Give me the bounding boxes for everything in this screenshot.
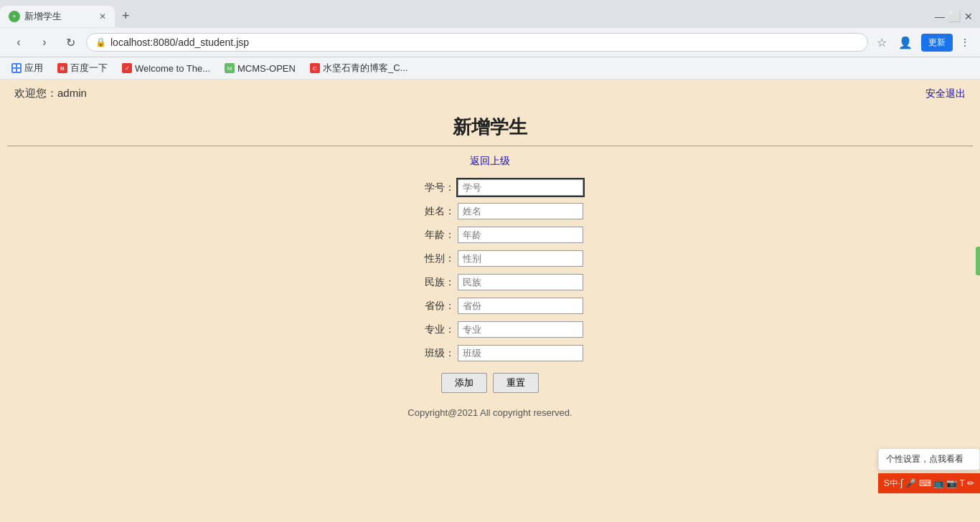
button-row: 添加 重置	[441, 373, 539, 393]
label-xuehao: 学号：	[397, 181, 455, 194]
page-title: 新增学生	[0, 115, 980, 140]
field-row-shengfen: 省份：	[397, 298, 583, 314]
bookmarks-bar: 应用 B 百度一下 ✓ Welcome to The... M MCMS-OPE…	[0, 57, 980, 80]
label-xingming: 姓名：	[397, 205, 455, 218]
input-banji[interactable]	[458, 345, 583, 361]
field-row-xingming: 姓名：	[397, 203, 583, 219]
bookmark-blog[interactable]: C 水坚石青的博客_C...	[307, 60, 410, 76]
bookmark-apps-label: 应用	[24, 62, 43, 75]
bookmark-star-icon[interactable]: ☆	[874, 36, 890, 49]
page-title-area: 新增学生	[0, 108, 980, 146]
footer-text: Copyright@2021 All copyright reserved.	[0, 393, 980, 425]
address-bar-row: ‹ › ↻ 🔒 localhost:8080/add_student.jsp ☆…	[0, 28, 980, 57]
label-zhuanye: 专业：	[397, 323, 455, 336]
input-xingbie[interactable]	[458, 250, 583, 267]
field-row-nianling: 年龄：	[397, 227, 583, 243]
maximize-button[interactable]: ⬜	[948, 11, 960, 22]
account-icon[interactable]: 👤	[895, 36, 915, 49]
bookmark-mcms-label: MCMS-OPEN	[237, 63, 296, 74]
welcome-text: 欢迎您：admin	[14, 87, 87, 100]
bookmark-apps[interactable]: 应用	[9, 60, 46, 76]
input-zhuanye[interactable]	[458, 321, 583, 338]
new-tab-button[interactable]: +	[115, 4, 137, 28]
bookmark-baidu-label: 百度一下	[70, 62, 108, 75]
tab-title: 新增学生	[24, 10, 95, 23]
page-header-bar: 欢迎您：admin 安全退出	[0, 80, 980, 108]
logout-link[interactable]: 安全退出	[925, 87, 966, 100]
label-shengfen: 省份：	[397, 300, 455, 313]
label-banji: 班级：	[397, 347, 455, 360]
feedback-widget: 个性设置，点我看看 S中·ʃ 🎤 ⌨ 📺 📷 T ✏	[878, 448, 980, 493]
input-xuehao[interactable]	[458, 179, 583, 196]
bookmark-baidu[interactable]: B 百度一下	[55, 60, 110, 76]
add-button[interactable]: 添加	[441, 373, 487, 393]
field-row-zhuanye: 专业：	[397, 321, 583, 338]
close-window-button[interactable]: ✕	[963, 11, 974, 22]
back-link[interactable]: 返回上级	[470, 155, 510, 166]
tab-close-icon[interactable]: ✕	[99, 11, 106, 22]
field-row-xingbie: 性别：	[397, 250, 583, 267]
feedback-bar[interactable]: S中·ʃ 🎤 ⌨ 📺 📷 T ✏	[878, 473, 980, 493]
field-row-banji: 班级：	[397, 345, 583, 361]
address-input-wrap[interactable]: 🔒 localhost:8080/add_student.jsp	[86, 33, 868, 52]
lock-icon: 🔒	[95, 37, 106, 47]
reset-button[interactable]: 重置	[493, 373, 539, 393]
label-nianling: 年龄：	[397, 229, 455, 242]
input-nianling[interactable]	[458, 227, 583, 243]
feedback-tooltip: 个性设置，点我看看	[878, 448, 980, 470]
label-xingbie: 性别：	[397, 252, 455, 265]
input-minzu[interactable]	[458, 274, 583, 290]
back-button[interactable]: ‹	[9, 32, 29, 52]
address-text: localhost:8080/add_student.jsp	[110, 37, 859, 48]
page-content: 欢迎您：admin 安全退出 新增学生 返回上级 学号： 姓名： 年龄： 性别：…	[0, 80, 980, 522]
scroll-indicator[interactable]	[976, 247, 980, 275]
forward-button[interactable]: ›	[34, 32, 55, 52]
active-tab[interactable]: + 新增学生 ✕	[0, 6, 115, 27]
back-link-area: 返回上级	[0, 146, 980, 176]
field-row-xuehao: 学号：	[397, 179, 583, 196]
more-options-button[interactable]: ⋮	[958, 37, 971, 48]
input-xingming[interactable]	[458, 203, 583, 219]
field-row-minzu: 民族：	[397, 274, 583, 290]
bookmark-mcms[interactable]: M MCMS-OPEN	[222, 62, 298, 75]
form-area: 学号： 姓名： 年龄： 性别： 民族： 省份： 专业： 班级：	[0, 176, 980, 393]
tab-favicon: +	[9, 11, 20, 22]
bookmark-blog-label: 水坚石青的博客_C...	[323, 62, 407, 75]
bookmark-welcome[interactable]: ✓ Welcome to The...	[119, 62, 213, 75]
refresh-button[interactable]: ↻	[60, 32, 80, 52]
bookmark-welcome-label: Welcome to The...	[135, 63, 210, 74]
label-minzu: 民族：	[397, 276, 455, 289]
minimize-button[interactable]: —	[934, 11, 946, 22]
update-button[interactable]: 更新	[921, 34, 953, 52]
input-shengfen[interactable]	[458, 298, 583, 314]
